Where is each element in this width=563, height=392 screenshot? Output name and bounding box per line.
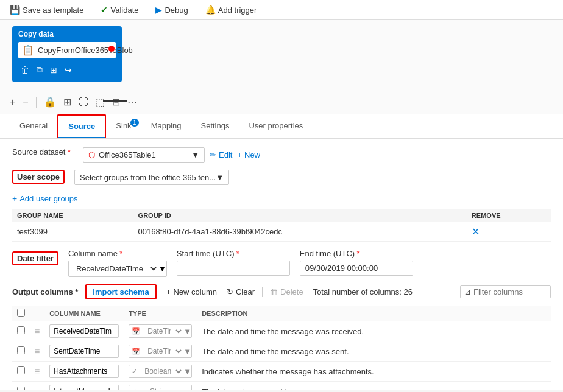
start-time-input[interactable] <box>177 261 290 276</box>
column-name-input[interactable] <box>49 345 119 358</box>
type-select[interactable]: DateTime <box>143 325 183 337</box>
type-select[interactable]: Boolean <box>140 365 183 377</box>
column-name-cell <box>44 362 124 382</box>
new-column-button[interactable]: + New column <box>164 286 219 298</box>
debug-button[interactable]: ▶ Debug <box>153 4 190 16</box>
validate-button[interactable]: ✔ Validate <box>98 4 141 16</box>
column-desc-cell: The date and time the message was sent. <box>197 341 551 362</box>
drag-handle-cell: ≡ <box>30 341 44 362</box>
row-checkbox[interactable] <box>17 326 25 334</box>
drag-handle-icon[interactable]: ≡ <box>35 346 40 356</box>
type-icon: ✓ <box>129 366 140 377</box>
plus-icon: + <box>237 150 242 159</box>
select-button[interactable]: ⬚ <box>93 95 107 109</box>
chevron-down-icon-scope: ▼ <box>216 173 224 182</box>
edit-icon: ✏ <box>210 150 216 159</box>
column-name-cell <box>44 382 124 391</box>
group-remove-cell: ✕ <box>467 222 551 242</box>
edit-button[interactable]: ✏ Edit <box>210 150 232 159</box>
clear-button[interactable]: ↻ Clear <box>224 286 257 298</box>
row-checkbox[interactable] <box>17 366 25 374</box>
filter-columns-input[interactable] <box>473 287 547 296</box>
group-id-cell: 00168f80-df7d-4aa1-88d6-39bf9042cedc <box>133 222 467 242</box>
clone-icon-btn[interactable]: ⊞ <box>49 63 58 76</box>
copy-icon-btn[interactable]: ⧉ <box>35 63 44 76</box>
tab-general[interactable]: General <box>10 115 57 138</box>
column-name-input[interactable] <box>49 385 119 390</box>
table-row: ≡ ✓ Boolean ▼ Indicates whether the mess… <box>12 362 551 382</box>
save-template-button[interactable]: 💾 Save as template <box>7 4 86 16</box>
select-all-checkbox[interactable] <box>17 309 25 317</box>
type-select[interactable]: DateTime <box>143 345 183 357</box>
copy-data-title: Copy data <box>18 30 116 38</box>
row-checkbox-cell <box>12 362 30 382</box>
layout-button[interactable]: ⊟ <box>110 95 122 109</box>
column-type-cell: abc String ▼ <box>124 382 197 391</box>
output-columns-label: Output columns * <box>12 287 78 296</box>
zoom-plus-button[interactable]: + <box>7 96 18 109</box>
add-user-groups-button[interactable]: + Add user groups <box>12 192 78 205</box>
drag-handle-cell: ≡ <box>30 362 44 382</box>
chevron-down-col: ▼ <box>158 264 166 273</box>
groups-table: GROUP NAME GROUP ID REMOVE test3099 0016… <box>12 209 551 242</box>
fit-button[interactable]: ⛶ <box>76 96 91 109</box>
tab-bar: General Source Sink 1 Mapping Settings U… <box>0 114 563 139</box>
group-name-cell: test3099 <box>12 222 133 242</box>
drag-handle-icon[interactable]: ≡ <box>35 326 40 336</box>
start-time-label: Start time (UTC) * <box>177 249 290 258</box>
add-trigger-button[interactable]: 🔔 Add trigger <box>203 4 260 16</box>
lock-button[interactable]: 🔒 <box>41 95 58 109</box>
import-schema-button[interactable]: Import schema <box>85 284 156 299</box>
scope-dropdown[interactable]: Select groups from the office 365 ten...… <box>74 170 229 185</box>
column-name-input[interactable] <box>49 324 119 338</box>
table-row: ≡ 📅 DateTime ▼ The date and time the mes… <box>12 341 551 362</box>
column-name-select[interactable]: ReceivedDateTime <box>69 261 158 276</box>
sink-badge: 1 <box>130 119 139 127</box>
delete-icon-btn[interactable]: 🗑 <box>19 63 30 76</box>
column-name-input[interactable] <box>49 365 119 378</box>
filter-input-wrap: ⊿ <box>460 285 551 298</box>
col-group-id: GROUP ID <box>133 209 467 222</box>
tab-mapping[interactable]: Mapping <box>141 115 191 138</box>
row-checkbox-cell <box>12 341 30 362</box>
tab-source[interactable]: Source <box>57 114 106 138</box>
column-name-cell <box>44 321 124 341</box>
row-checkbox[interactable] <box>17 346 25 354</box>
canvas-area: Copy data 📋 CopyFromOffice365ToBlob 🗑 ⧉ … <box>0 20 563 114</box>
source-dataset-label: Source dataset * <box>12 147 73 156</box>
mini-map <box>103 100 127 102</box>
col-header-check <box>12 306 30 321</box>
row-checkbox-cell <box>12 382 30 391</box>
drag-handle-icon[interactable]: ≡ <box>35 387 40 390</box>
grid-button[interactable]: ⊞ <box>61 95 74 109</box>
zoom-minus-button[interactable]: − <box>20 96 30 109</box>
end-time-group: End time (UTC) * <box>300 249 413 277</box>
end-time-label: End time (UTC) * <box>300 249 413 258</box>
arrow-icon-btn[interactable]: ↪ <box>63 63 73 76</box>
end-time-input[interactable] <box>300 261 413 276</box>
col-header-desc: DESCRIPTION <box>197 306 551 321</box>
canvas-zoom-toolbar: + − 🔒 ⊞ ⛶ ⬚ ⊟ ⋯ <box>7 95 140 109</box>
copy-data-box[interactable]: Copy data 📋 CopyFromOffice365ToBlob 🗑 ⧉ … <box>12 26 122 82</box>
office-item-icon: 📋 <box>22 44 34 56</box>
column-description: The date and time the message was sent. <box>202 347 349 356</box>
type-icon: 📅 <box>129 326 143 337</box>
columns-table: COLUMN NAME TYPE DESCRIPTION ≡ 📅 DateTim… <box>12 306 551 390</box>
group-row: test3099 00168f80-df7d-4aa1-88d6-39bf904… <box>12 222 551 242</box>
drag-handle-icon[interactable]: ≡ <box>35 366 40 376</box>
column-description: Indicates whether the message has attach… <box>202 367 374 376</box>
dataset-dropdown[interactable]: ⬡ Office365Table1 ▼ <box>83 147 205 163</box>
column-name-select-wrap[interactable]: ReceivedDateTime ▼ <box>68 261 167 277</box>
dataset-controls: ⬡ Office365Table1 ▼ ✏ Edit + New <box>83 147 260 163</box>
tab-settings[interactable]: Settings <box>191 115 239 138</box>
table-row: ≡ abc String ▼ The internet message id <box>12 382 551 391</box>
type-select[interactable]: String <box>145 385 183 390</box>
more-button[interactable]: ⋯ <box>125 95 140 109</box>
remove-group-button[interactable]: ✕ <box>472 226 480 237</box>
tab-user-properties[interactable]: User properties <box>239 115 313 138</box>
tab-sink[interactable]: Sink 1 <box>106 115 141 138</box>
row-checkbox[interactable] <box>17 387 25 390</box>
new-button[interactable]: + New <box>237 150 260 159</box>
chevron-type: ▼ <box>183 347 191 356</box>
date-fields: Column name * ReceivedDateTime ▼ Start t… <box>68 249 413 277</box>
